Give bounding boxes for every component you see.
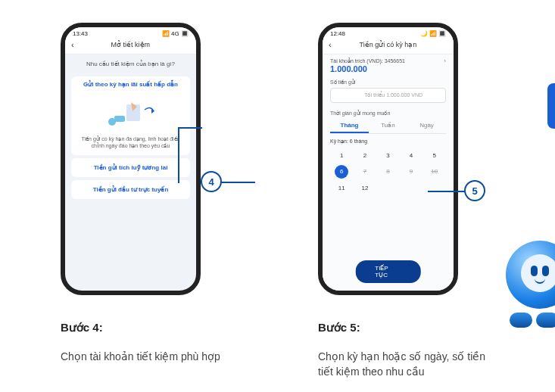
- term-cell[interactable]: 3: [376, 149, 400, 162]
- source-account-row[interactable]: Tài khoản trích (VND): 3456651 ›: [330, 58, 446, 64]
- back-icon[interactable]: ‹: [71, 40, 74, 49]
- status-time: 12:48: [330, 30, 345, 37]
- savings-option-1[interactable]: Gửi theo kỳ hạn lãi suất hấp dẫn Tiền gử…: [71, 76, 190, 155]
- status-icons: 📶 4G 🔳: [162, 30, 189, 37]
- savings-option-2[interactable]: Tiền gửi tích luỹ tương lai: [71, 158, 190, 177]
- indicator-circle-4: 4: [201, 171, 222, 192]
- phone-mockup-5: 12:48 🌙 📶 🔳 ‹ Tiền gửi có kỳ hạn Tài kho…: [318, 23, 458, 295]
- option-1-title: Gửi theo kỳ hạn lãi suất hấp dẫn: [76, 81, 186, 88]
- screen-title: Mở tiết kiệm: [79, 41, 182, 48]
- indicator-number-5: 5: [472, 185, 477, 197]
- svg-rect-1: [114, 116, 125, 122]
- source-account-label: Tài khoản trích (VND): 3456651: [330, 58, 405, 64]
- term-cell[interactable]: 5: [422, 149, 446, 162]
- mascot-eye-left: [531, 266, 538, 276]
- step-4-label: Bước 4:: [61, 321, 220, 334]
- tab-day[interactable]: Ngày: [407, 119, 446, 133]
- status-time: 13:43: [73, 30, 88, 37]
- term-cell[interactable]: 6: [330, 165, 354, 179]
- indicator-line-5: [428, 191, 466, 192]
- status-bar: 12:48 🌙 📶 🔳: [323, 27, 454, 37]
- screen-header: ‹ Tiền gửi có kỳ hạn: [323, 37, 454, 54]
- term-cell[interactable]: 7: [354, 165, 377, 179]
- screen-title: Tiền gửi có kỳ hạn: [336, 41, 440, 48]
- indicator-vline-4: [178, 127, 179, 183]
- screen-header: ‹ Mở tiết kiệm: [65, 37, 196, 54]
- phone-mockup-4: 13:43 📶 4G 🔳 ‹ Mở tiết kiệm Nhu cầu tiết…: [61, 23, 201, 295]
- term-cell[interactable]: 9: [400, 165, 423, 179]
- term-cell[interactable]: 4: [400, 149, 423, 162]
- term-cell[interactable]: 1: [330, 149, 354, 162]
- mascot-eye-right: [542, 266, 549, 276]
- back-icon[interactable]: ‹: [329, 40, 332, 49]
- tab-week[interactable]: Tuần: [369, 119, 407, 133]
- chevron-right-icon: ›: [444, 58, 446, 64]
- account-balance: 1.000.000: [330, 64, 446, 73]
- term-cell[interactable]: 10: [422, 165, 446, 179]
- step-5-block: 12:48 🌙 📶 🔳 ‹ Tiền gửi có kỳ hạn Tài kho…: [318, 23, 500, 379]
- step-4-block: 13:43 📶 4G 🔳 ‹ Mở tiết kiệm Nhu cầu tiết…: [61, 23, 220, 365]
- indicator-circle-5: 5: [464, 180, 485, 201]
- indicator-hline-4: [178, 127, 202, 129]
- mascot-bot[interactable]: [502, 241, 555, 331]
- period-tabs: Tháng Tuần Ngày: [330, 119, 446, 134]
- status-icons: 🌙 📶 🔳: [420, 30, 446, 37]
- screen-subtitle: Nhu cầu tiết kiệm của bạn là gì?: [65, 54, 196, 73]
- term-grid: 123456789101112: [330, 149, 446, 194]
- screen-body: Tài khoản trích (VND): 3456651 › 1.000.0…: [323, 54, 454, 295]
- floating-side-tab[interactable]: [547, 83, 555, 129]
- term-cell[interactable]: 12: [354, 182, 377, 194]
- savings-option-3[interactable]: Tiền gửi đầu tư trực tuyến: [71, 180, 190, 199]
- term-cell[interactable]: 8: [376, 165, 400, 179]
- indicator-number-4: 4: [208, 176, 214, 188]
- option-1-desc: Tiền gửi có kỳ hạn đa dạng, linh hoạt đi…: [76, 135, 186, 149]
- amount-input[interactable]: Tối thiểu 1.000.000 VND: [330, 88, 446, 103]
- mascot-foot-right: [536, 313, 555, 328]
- amount-label: Số tiền gửi: [330, 79, 446, 86]
- step-5-desc: Chọn kỳ hạn hoặc số ngày, số tiền tiết k…: [318, 350, 500, 379]
- step-5-label: Bước 5:: [318, 321, 500, 334]
- mascot-foot-left: [510, 313, 532, 328]
- status-bar: 13:43 📶 4G 🔳: [65, 27, 196, 37]
- tab-month[interactable]: Tháng: [330, 119, 369, 133]
- continue-button[interactable]: TIẾP TỤC: [355, 260, 421, 283]
- step-4-desc: Chọn tài khoản tiết kiệm phù hợp: [61, 350, 220, 365]
- term-label: Kỳ hạn: 6 tháng: [330, 138, 446, 145]
- mascot-face: [521, 254, 555, 292]
- term-cell[interactable]: 2: [354, 149, 377, 162]
- period-label: Thời gian gửi mong muốn: [330, 110, 446, 117]
- term-cell[interactable]: 11: [330, 182, 354, 194]
- option-illustration: [76, 91, 186, 132]
